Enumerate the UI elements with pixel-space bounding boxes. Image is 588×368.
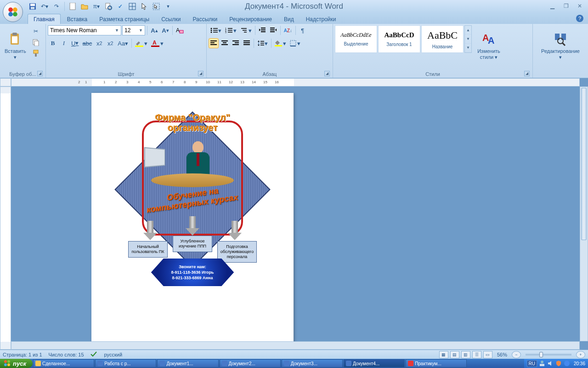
preview-icon[interactable] xyxy=(103,1,113,12)
justify-button[interactable] xyxy=(242,38,252,48)
status-language[interactable]: русский xyxy=(104,352,122,357)
vertical-ruler[interactable] xyxy=(0,86,11,350)
highlight-button[interactable]: ▾ xyxy=(134,38,149,48)
paragraph-launcher[interactable]: ◢ xyxy=(324,71,330,76)
qat-customize-icon[interactable]: ▼ xyxy=(163,1,173,12)
change-case-button[interactable]: Aa▾ xyxy=(116,38,130,48)
tray-clock[interactable]: 20:36 xyxy=(574,361,585,366)
font-name-combo[interactable]: Times New Roman▼ xyxy=(48,25,121,35)
open-icon[interactable] xyxy=(79,1,90,12)
zoom-level[interactable]: 56% xyxy=(497,352,507,357)
vertical-scrollbar[interactable] xyxy=(580,86,588,341)
close-button[interactable]: ✕ xyxy=(574,2,585,10)
horizontal-ruler[interactable]: 21 123 456 789 101112 131415 16 xyxy=(11,78,580,86)
zoom-out-button[interactable]: − xyxy=(512,351,521,358)
redo-icon[interactable]: ↷ xyxy=(51,1,62,12)
tab-layout[interactable]: Разметка страницы xyxy=(94,14,155,24)
style-heading1[interactable]: AaBbCcDЗаголовок 1 xyxy=(378,25,420,53)
task-1[interactable]: Сделанное... xyxy=(33,359,94,368)
maximize-button[interactable]: ❐ xyxy=(560,2,571,10)
show-marks-button[interactable]: ¶ xyxy=(298,25,308,35)
view-full-reading[interactable]: ▤ xyxy=(450,351,459,358)
tray-shield-icon[interactable] xyxy=(555,360,562,367)
zoom-in-button[interactable]: + xyxy=(576,351,585,358)
tray-language[interactable]: RU xyxy=(527,360,537,367)
numbering-button[interactable]: 123▾ xyxy=(224,25,238,35)
minimize-button[interactable]: ▁ xyxy=(547,2,558,10)
change-styles-button[interactable]: AA Изменитьстили ▾ xyxy=(473,25,505,67)
ruler-corner[interactable] xyxy=(0,78,11,86)
task-2[interactable]: Работа с р... xyxy=(95,359,156,368)
borders-button[interactable]: ▾ xyxy=(288,38,302,48)
view-web[interactable]: ▥ xyxy=(461,351,470,358)
spellcheck-icon[interactable]: ✓ xyxy=(115,1,125,12)
tab-view[interactable]: Вид xyxy=(278,14,300,24)
bullets-button[interactable]: ▾ xyxy=(209,25,223,35)
status-page[interactable]: Страница: 1 из 1 xyxy=(3,352,42,357)
format-painter-icon[interactable] xyxy=(31,48,41,58)
tab-addins[interactable]: Надстройки xyxy=(300,14,342,24)
sort-button[interactable]: AZ↓ xyxy=(283,25,294,35)
task-5[interactable]: Документ3... xyxy=(282,359,343,368)
align-center-button[interactable] xyxy=(220,38,230,48)
save-icon[interactable] xyxy=(28,1,38,12)
indent-button[interactable] xyxy=(268,25,278,35)
outdent-button[interactable] xyxy=(257,25,267,35)
style-gallery-scroll[interactable]: ▲▼▼ xyxy=(464,25,472,53)
line-spacing-button[interactable]: ▾ xyxy=(256,38,269,48)
office-button[interactable] xyxy=(3,2,23,22)
select-icon[interactable] xyxy=(139,1,149,12)
table-icon[interactable] xyxy=(127,1,137,12)
multilevel-button[interactable]: ▾ xyxy=(239,25,253,35)
tab-references[interactable]: Ссылки xyxy=(156,14,186,24)
undo-icon[interactable]: ↶▾ xyxy=(40,1,50,12)
view-draft[interactable]: ▭ xyxy=(483,351,492,358)
tab-insert[interactable]: Вставка xyxy=(62,14,93,24)
editing-button[interactable]: Редактирование▾ xyxy=(538,25,582,67)
task-4[interactable]: Документ2... xyxy=(220,359,281,368)
status-spellcheck-icon[interactable] xyxy=(90,351,98,358)
shrink-font-icon[interactable]: A▾ xyxy=(160,25,170,35)
style-title[interactable]: AaBbCНазвание xyxy=(421,25,464,53)
subscript-button[interactable]: x2 xyxy=(94,38,104,48)
document-viewport[interactable]: Фирма "Оракул"организует Обучение накомп… xyxy=(11,86,580,341)
start-button[interactable]: пуск xyxy=(0,359,33,368)
styles-launcher[interactable]: ◢ xyxy=(524,71,530,76)
font-size-combo[interactable]: 12▼ xyxy=(122,25,145,35)
horizontal-scrollbar[interactable] xyxy=(11,341,580,350)
strike-button[interactable]: abc xyxy=(81,38,93,48)
new-icon[interactable] xyxy=(68,1,78,12)
shading-button[interactable]: ▾ xyxy=(273,38,288,48)
cut-icon[interactable]: ✂ xyxy=(31,26,41,36)
align-left-button[interactable] xyxy=(209,38,219,48)
task-7[interactable]: Практикум... xyxy=(406,359,467,368)
underline-button[interactable]: U ▾ xyxy=(70,38,80,48)
task-3[interactable]: Документ1... xyxy=(157,359,218,368)
view-print-layout[interactable]: ▦ xyxy=(439,351,448,358)
tray-network-icon[interactable] xyxy=(539,360,545,367)
clear-format-icon[interactable]: A xyxy=(175,25,186,35)
tab-mailings[interactable]: Рассылки xyxy=(187,14,223,24)
equation-icon[interactable]: π▾ xyxy=(91,1,102,12)
italic-button[interactable]: I xyxy=(59,38,69,48)
font-launcher[interactable]: ◢ xyxy=(198,71,204,76)
style-emphasis[interactable]: AaBbCcDdEeВыделение xyxy=(335,25,377,53)
zoom-slider[interactable] xyxy=(526,354,571,356)
bold-button[interactable]: B xyxy=(48,38,58,48)
select-objects-icon[interactable] xyxy=(151,1,161,12)
tab-home[interactable]: Главная xyxy=(28,14,61,24)
font-color-button[interactable]: A▾ xyxy=(150,38,165,48)
tray-info-icon[interactable] xyxy=(564,360,570,367)
align-right-button[interactable] xyxy=(231,38,241,48)
superscript-button[interactable]: x2 xyxy=(105,38,115,48)
grow-font-icon[interactable]: A▴ xyxy=(149,25,159,35)
view-outline[interactable]: ☰ xyxy=(472,351,481,358)
help-button[interactable]: ? xyxy=(576,15,583,22)
status-words[interactable]: Число слов: 15 xyxy=(49,352,84,357)
clipboard-launcher[interactable]: ◢ xyxy=(37,71,43,76)
copy-icon[interactable] xyxy=(31,37,41,47)
task-6[interactable]: Документ4... xyxy=(344,359,405,368)
tab-review[interactable]: Рецензирование xyxy=(224,14,277,24)
paste-button[interactable]: Вставить▾ xyxy=(2,25,29,67)
tray-volume-icon[interactable] xyxy=(547,360,554,367)
